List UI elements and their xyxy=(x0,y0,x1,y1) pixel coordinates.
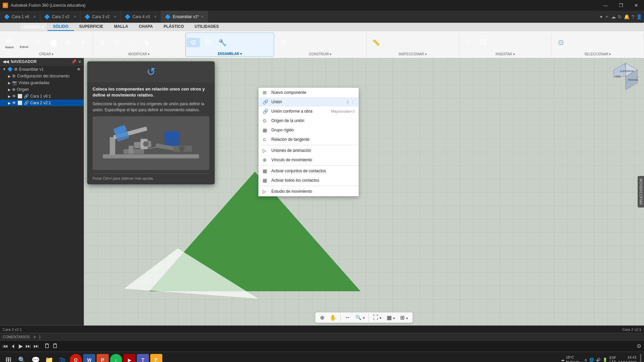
crear-move-btn[interactable]: ✛ xyxy=(76,38,90,47)
close-button[interactable]: ✕ xyxy=(629,0,644,11)
tab-close-cara4[interactable]: ✕ xyxy=(154,15,157,18)
menu-item-union-conforme[interactable]: 🔗 Unión conforme a obra Mayúsculas+J xyxy=(259,107,359,116)
modificar-btn3[interactable]: ⬠ xyxy=(125,38,139,47)
taskbar-teams-chat-btn[interactable]: 💬 xyxy=(30,354,42,362)
construir-btn1[interactable]: ⊞ xyxy=(277,38,290,47)
tab-cara3[interactable]: 🔷 Cara 3 v2 ✕ xyxy=(80,11,121,22)
minimize-button[interactable]: — xyxy=(598,0,613,11)
modificar-btn4[interactable]: ◈ xyxy=(140,38,153,47)
union-more-icon[interactable]: ⋮ xyxy=(351,100,355,104)
crear-new-component-btn[interactable]: ⊞ Nuevo xyxy=(3,36,16,50)
user-avatar-icon[interactable]: 👤 xyxy=(636,14,642,19)
vt-zoom-btn[interactable]: 🔍 ▾ xyxy=(354,314,366,321)
tab-cara1[interactable]: 🔷 Cara 1 v6 ✕ xyxy=(0,11,40,22)
timeline-settings-icon[interactable]: ⚙ xyxy=(637,343,641,349)
taskbar-spotify-btn[interactable]: ♪ xyxy=(110,354,122,362)
tab-add-button[interactable]: ＋ xyxy=(604,14,609,20)
nav-item-vistas[interactable]: ▶ 📷 Vistas guardadas xyxy=(0,79,84,86)
display-dropdown-icon[interactable]: ▾ xyxy=(380,316,381,320)
vt-grid-btn[interactable]: ▦ ▾ xyxy=(385,314,397,321)
taskbar-powerpoint-btn[interactable]: P xyxy=(97,354,109,362)
search-button[interactable]: 🔍 xyxy=(15,356,28,362)
help-icon[interactable]: ? xyxy=(632,14,634,19)
timeline-to-end-btn[interactable]: ⏭ xyxy=(34,343,39,349)
timeline-prev-btn[interactable]: ⏴ xyxy=(11,343,16,349)
tray-expand-icon[interactable]: ∧ xyxy=(584,358,587,362)
menu-item-estudio-movimiento[interactable]: ▷ Estudio de movimiento xyxy=(259,187,359,196)
seleccionar-btn1[interactable]: ⊙ xyxy=(554,38,568,48)
vt-pan-btn[interactable]: ↔ xyxy=(343,314,352,321)
vt-select2-btn[interactable]: ✋ xyxy=(328,314,338,321)
vt-display-btn[interactable]: ⛶ ▾ xyxy=(371,314,383,321)
ribbon-tab-malla[interactable]: MALLA xyxy=(109,23,133,31)
nav-visibility-cara2[interactable]: 👁 xyxy=(12,101,16,105)
nav-item-cara2[interactable]: ▶ 👁 ⬜ 🔗 Cara 2 v2:1 xyxy=(0,100,84,106)
navigator-collapse-btn[interactable]: ◀◀ xyxy=(3,59,9,64)
crear-more-btn[interactable]: ⊕ xyxy=(62,38,75,47)
tree-arrow-cara2[interactable]: ▶ xyxy=(8,101,11,105)
menu-item-uniones-animacion[interactable]: ▷ Uniones de animación xyxy=(259,146,359,155)
comments-add-icon[interactable]: + xyxy=(33,334,36,340)
ensamblar-joint-btn[interactable]: ⚙ xyxy=(186,38,200,47)
comments-expand-icon[interactable]: | xyxy=(39,335,40,339)
ribbon-tab-plastico[interactable]: PLÁSTICO xyxy=(158,23,190,31)
vt-view-btn[interactable]: ⊞ ▾ xyxy=(398,314,410,321)
tree-arrow-vistas[interactable]: ▶ xyxy=(8,81,11,85)
modificar-btn1[interactable]: ⊗ xyxy=(96,38,109,47)
ribbon-tab-utilidades[interactable]: UTILIDADES xyxy=(189,23,224,31)
tree-arrow-ensamblar[interactable]: ▼ xyxy=(3,67,6,71)
taskbar-word-btn[interactable]: W xyxy=(83,354,95,362)
modificar-btn2[interactable]: ⊡ xyxy=(110,38,124,47)
taskbar-opera-btn[interactable]: O xyxy=(70,354,82,362)
insertar-btn1[interactable]: ⤵ xyxy=(462,38,475,47)
timeline-next-btn[interactable]: ⏭ xyxy=(25,343,31,349)
ensamblar-btn2[interactable]: ⛓ xyxy=(201,38,215,47)
navigator-pin-icon[interactable]: 📌 xyxy=(71,59,76,64)
nav-item-origen[interactable]: ▶ ⊕ Origen xyxy=(0,86,84,93)
taskbar-store-btn[interactable]: 🛍 xyxy=(56,354,68,362)
tree-arrow-cara1[interactable]: ▶ xyxy=(8,95,11,98)
nav-item-cara1[interactable]: ▶ 👁 ⬜ 🔗 Cara 1 v6:1 xyxy=(0,93,84,100)
battery-icon[interactable]: 🔋 xyxy=(603,358,607,362)
tab-cara4[interactable]: 🔷 Cara 4 v3 ✕ xyxy=(121,11,161,22)
grid-dropdown-icon[interactable]: ▾ xyxy=(393,316,395,320)
view-dropdown-icon[interactable]: ▾ xyxy=(406,316,408,320)
network-icon[interactable]: 🌐 xyxy=(589,358,594,362)
crear-extrude-btn[interactable]: ▭ Extruir xyxy=(17,36,31,49)
menu-item-relacion-tangente[interactable]: ⊂ Relación de tangente xyxy=(259,135,359,144)
menu-item-vinculo-movimiento[interactable]: ⊕ Vínculo de movimiento xyxy=(259,155,359,165)
timeline-item-2[interactable]: 🗒 xyxy=(52,343,58,350)
refresh-icon[interactable]: ↻ xyxy=(618,14,622,19)
zoom-dropdown-icon[interactable]: ▾ xyxy=(363,316,365,320)
system-clock[interactable]: 14:41 17/04/2022 xyxy=(618,355,637,362)
right-panel-toggle-button[interactable]: MOVER/COPIAR xyxy=(638,176,644,207)
navigator-more-icon[interactable]: ≡ xyxy=(78,59,81,64)
taskbar-teams-btn[interactable]: T xyxy=(137,354,149,362)
taskbar-file-explorer-btn[interactable]: 📁 xyxy=(43,354,55,362)
insertar-btn2[interactable]: 🖼 xyxy=(477,38,490,47)
taskbar-video-btn[interactable]: ▶ xyxy=(123,354,136,362)
ribbon-tab-superficie[interactable]: SUPERFICIE xyxy=(74,23,109,31)
notification-icon[interactable]: 🔔 xyxy=(624,14,630,19)
timeline-play-btn[interactable]: ▶ xyxy=(19,343,23,349)
crear-sphere-btn[interactable]: ⬤ xyxy=(47,38,60,47)
nav-item-ensamblar[interactable]: ▼ 🔷 ⚙ Ensamblar v1 👁 xyxy=(0,66,84,73)
show-desktop-btn[interactable] xyxy=(640,354,641,362)
tab-close-ensamblar[interactable]: ✕ xyxy=(201,15,204,18)
ribbon-tab-chapa[interactable]: CHAPA xyxy=(133,23,158,31)
timeline-item-1[interactable]: 🗒 xyxy=(44,343,50,350)
tooltip-rotation-icon[interactable]: ↺ xyxy=(147,65,156,78)
tab-close-cara1[interactable]: ✕ xyxy=(33,15,36,18)
inspeccionar-btn1[interactable]: 📏 xyxy=(369,38,383,47)
tab-cara2[interactable]: 🔷 Cara 2 v2 ✕ xyxy=(40,11,80,22)
menu-item-union[interactable]: 🔗 Unión J ⋮ xyxy=(259,97,359,107)
volume-icon[interactable]: 🔊 xyxy=(596,358,601,362)
menu-item-activar-conjuntos[interactable]: ▦ Activar conjuntos de contactos xyxy=(259,166,359,176)
nav-visibility-cara1[interactable]: 👁 xyxy=(12,94,16,99)
tab-close-cara3[interactable]: ✕ xyxy=(114,15,116,18)
tab-overflow-button[interactable]: ▾ xyxy=(600,14,602,19)
design-toggle-button[interactable]: DISEÑO ▾ xyxy=(20,23,48,31)
nav-item-config[interactable]: ▶ ⚙ Configuración del documento xyxy=(0,73,84,79)
menu-item-grupo-rigido[interactable]: ▦ Grupo rígido xyxy=(259,125,359,135)
tree-arrow-config[interactable]: ▶ xyxy=(8,74,11,78)
